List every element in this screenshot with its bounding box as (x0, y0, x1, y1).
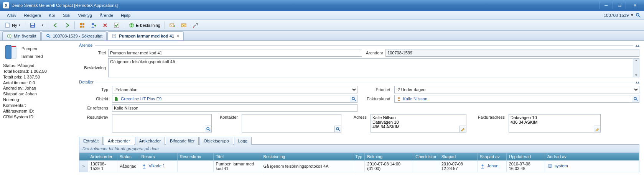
row-expand-button[interactable]: > (79, 160, 88, 172)
group-drop-bar[interactable]: Dra kolumner hit för att gruppera på dem (79, 145, 639, 153)
clock-icon (7, 33, 12, 39)
col-beskrivning[interactable]: Beskrivning (261, 153, 353, 160)
arendenr-input[interactable] (385, 49, 639, 57)
col-checklistor[interactable]: Checklistor (413, 153, 439, 160)
typ-select[interactable]: Felanmälan (112, 86, 357, 93)
erref-input[interactable] (112, 104, 357, 112)
kontakter-box[interactable] (242, 114, 341, 132)
grid-selector-header[interactable] (79, 153, 88, 160)
itab-artikelrader[interactable]: Artikelrader (135, 137, 165, 145)
tool-btn-5[interactable] (167, 21, 178, 29)
adress-box[interactable]: Kalle Nillson Datavägen 10 436 34 ASKIM (371, 114, 466, 132)
collapse-icon[interactable]: ▴▴ (636, 80, 639, 84)
adress-edit-button[interactable] (460, 126, 466, 132)
adress-label: Adress (345, 114, 367, 119)
cell-beskrivning: Gå igenom felsökningsprotokoll 4A (261, 160, 353, 172)
maximize-button[interactable]: ▭ (613, 2, 626, 9)
tool-btn-4[interactable] (111, 21, 122, 29)
col-resurskrav[interactable]: Resurskrav (177, 153, 213, 160)
svg-rect-26 (12, 46, 16, 47)
tab-label: Min översikt (14, 34, 36, 38)
objekt-label: Objekt (79, 96, 108, 101)
col-typ[interactable]: Typ (353, 153, 365, 160)
textarea-scrollbar[interactable]: ▲▼ (633, 58, 639, 77)
itab-bifogade-filer[interactable]: Bifogade filer (166, 137, 199, 145)
tool-btn-7[interactable] (190, 21, 201, 29)
svg-line-30 (354, 99, 356, 101)
col-skapad-av[interactable]: Skapad av (477, 153, 506, 160)
cell-typ (353, 160, 365, 172)
back-button[interactable] (50, 21, 61, 29)
system-icon (547, 164, 553, 169)
ebestallning-button[interactable]: E-beställning (126, 21, 163, 29)
objekt-link[interactable]: Greenline HT Plus E9 (121, 96, 161, 101)
resurskrav-box[interactable] (112, 114, 212, 132)
collapse-icon[interactable]: ▴▴ (636, 43, 639, 47)
tab-arende-active[interactable]: Pumpen larmar med kod 41 ✕ (107, 31, 184, 40)
titel-input[interactable] (108, 49, 362, 57)
col-skapad[interactable]: Skapad (439, 153, 477, 160)
svg-line-33 (636, 99, 637, 101)
tab-close-icon[interactable]: ✕ (176, 34, 180, 39)
minimize-button[interactable]: ─ (600, 2, 613, 9)
svg-rect-6 (31, 26, 34, 27)
sidebar-antal-timmar: Antal timmar: 0,0 (3, 80, 73, 86)
menu-redigera[interactable]: Redigera (20, 12, 45, 19)
svg-rect-8 (82, 23, 84, 25)
forward-button[interactable] (62, 21, 72, 29)
svg-rect-18 (193, 27, 194, 28)
objekt-field[interactable]: Greenline HT Plus E9 (112, 95, 350, 103)
menubar-dropdown-icon[interactable]: ▾ (631, 13, 633, 18)
fakturakund-field[interactable]: Kalle Nilsson (394, 95, 632, 103)
col-uppdaterad[interactable]: Uppdaterad (506, 153, 545, 160)
menu-arende[interactable]: Ärende (96, 12, 117, 19)
tool-btn-3[interactable] (100, 21, 110, 29)
col-status[interactable]: Status (117, 153, 139, 160)
menu-arkiv[interactable]: Arkiv (3, 12, 20, 19)
tool-btn-2[interactable] (88, 21, 99, 29)
svg-rect-25 (12, 46, 16, 58)
itab-logg[interactable]: Logg (234, 137, 252, 145)
fakturakund-link[interactable]: Kalle Nilsson (403, 96, 428, 101)
resurskrav-search-button[interactable] (205, 126, 212, 132)
prioritet-select[interactable]: 2 Under dagen (394, 86, 640, 93)
menu-hjalp[interactable]: Hjälp (117, 12, 134, 19)
chevron-down-icon: ▼ (18, 24, 21, 26)
col-titel[interactable]: Titel (213, 153, 261, 160)
section-detaljer-label: Detaljer (79, 80, 94, 84)
skapad-av-link[interactable]: Johan (487, 164, 499, 168)
tab-sokresultat[interactable]: 100708-1539 - Sökresultat (41, 31, 107, 40)
tool-btn-1[interactable] (77, 21, 87, 29)
fakturakund-search-button[interactable] (632, 95, 639, 103)
itab-arbetsorder[interactable]: Arbetsorder (104, 137, 134, 145)
menu-sok[interactable]: Sök (59, 12, 74, 19)
menubar-search-icon[interactable] (636, 13, 641, 18)
tab-min-oversikt[interactable]: Min översikt (2, 31, 41, 40)
menu-kor[interactable]: Kör (45, 12, 59, 19)
new-button[interactable]: Ny ▼ (2, 21, 23, 29)
close-button[interactable]: ✕ (626, 2, 644, 9)
search-icon (46, 33, 51, 39)
andrad-av-link[interactable]: system (555, 164, 568, 168)
table-row[interactable]: > 100708-1539-1 Påbörjad Vikarie 1 Pumpe… (79, 160, 639, 172)
save-button[interactable] (27, 21, 38, 29)
menu-verktyg[interactable]: Verktyg (74, 12, 96, 19)
col-resurs[interactable]: Resurs (139, 153, 177, 160)
fakturaadress-box[interactable]: Datavägen 10 436 34 ASKIM (509, 114, 601, 132)
col-arbetsorder[interactable]: Arbetsorder (88, 153, 117, 160)
resurs-link[interactable]: Vikarie 1 (149, 164, 165, 168)
fakturaadress-edit-button[interactable] (594, 126, 601, 132)
sidebar-title: Pumpenlarmar med (21, 44, 43, 60)
col-andrad-av[interactable]: Ändrad av (545, 153, 639, 160)
itab-objektsgrupp[interactable]: Objektsgrupp (199, 137, 233, 145)
assign-icon (91, 22, 97, 28)
svg-line-1 (639, 15, 640, 17)
col-bokning[interactable]: Bokning (365, 153, 413, 160)
itab-extrafalt[interactable]: Extrafält (79, 137, 103, 145)
tool-btn-6[interactable] (178, 21, 189, 29)
objekt-search-button[interactable] (350, 95, 357, 103)
save-dd-button[interactable]: ▼ (39, 23, 46, 28)
cell-skapad: 2010-07-08 12:28:57 (439, 160, 477, 172)
beskrivning-textarea[interactable]: Gå igenom felsökningsprotokoll 4A (108, 58, 633, 77)
kontakter-search-button[interactable] (334, 126, 341, 132)
